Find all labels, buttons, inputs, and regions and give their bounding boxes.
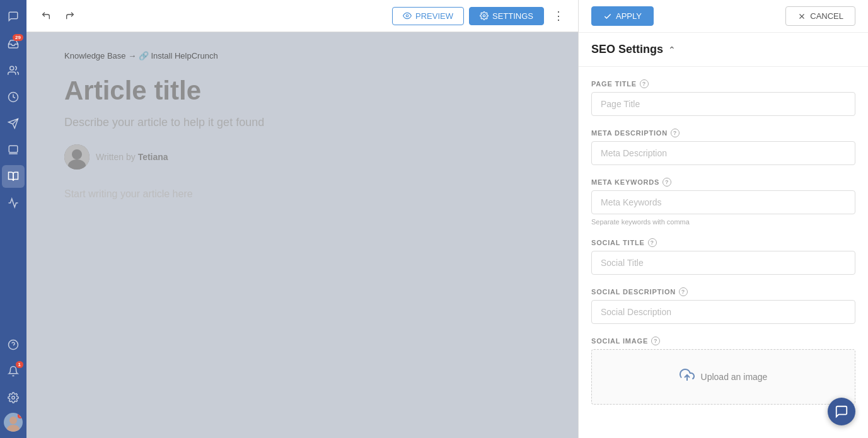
social-title-help-icon[interactable]: ?: [648, 238, 657, 247]
cancel-button[interactable]: CANCEL: [785, 6, 855, 26]
social-title-field: SOCIAL TITLE ?: [591, 238, 855, 275]
chat-icon: [8, 11, 19, 25]
svg-point-14: [72, 149, 82, 159]
svg-rect-4: [9, 146, 18, 153]
author-avatar: [64, 144, 90, 170]
sidebar-bottom: 1 !: [2, 333, 25, 432]
social-image-help-icon[interactable]: ?: [651, 337, 660, 345]
preview-button[interactable]: PREVIEW: [392, 7, 464, 25]
more-options-button[interactable]: ⋮: [549, 6, 568, 25]
social-description-field: SOCIAL DESCRIPTION ?: [591, 287, 855, 324]
undo-button[interactable]: [37, 6, 55, 25]
social-description-label: SOCIAL DESCRIPTION ?: [591, 287, 855, 296]
meta-keywords-field: META KEYWORDS ? Separate keywords with c…: [591, 178, 855, 226]
sidebar-icon-knowledge[interactable]: [2, 165, 25, 188]
main-content: PREVIEW SETTINGS ⋮ Knowledge Base → 🔗 In…: [26, 0, 578, 438]
article-area: Knowledge Base → 🔗 Install HelpCrunch Ar…: [26, 32, 578, 438]
seo-panel: APPLY CANCEL SEO Settings ⌃ PAGE TITLE ?…: [578, 0, 868, 438]
article-placeholder: Start writing your article here: [64, 188, 540, 200]
social-description-input[interactable]: [591, 300, 855, 324]
meta-keywords-label: META KEYWORDS ?: [591, 178, 855, 187]
social-description-help-icon[interactable]: ?: [679, 287, 688, 296]
breadcrumb: Knowledge Base → 🔗 Install HelpCrunch: [64, 51, 540, 61]
sidebar-icon-campaigns[interactable]: [2, 112, 25, 135]
social-image-label: SOCIAL IMAGE ?: [591, 337, 855, 345]
settings-button[interactable]: SETTINGS: [469, 7, 544, 25]
sidebar-icon-notifications[interactable]: 1: [2, 360, 25, 383]
chevron-up-icon: ⌃: [668, 45, 676, 55]
page-title-input[interactable]: [591, 92, 855, 116]
social-image-upload[interactable]: Upload an image: [591, 349, 855, 405]
page-title-field: PAGE TITLE ?: [591, 79, 855, 116]
meta-keywords-help-icon[interactable]: ?: [663, 178, 671, 187]
article-title: Article title: [64, 76, 540, 106]
meta-keywords-input[interactable]: [591, 190, 855, 214]
sidebar-icon-settings[interactable]: [2, 386, 25, 409]
meta-description-input[interactable]: [591, 141, 855, 165]
sidebar-icon-chat[interactable]: [2, 6, 25, 29]
panel-top-actions: APPLY CANCEL: [579, 0, 868, 33]
page-title-help-icon[interactable]: ?: [640, 79, 649, 88]
svg-point-8: [12, 396, 15, 400]
seo-panel-title: SEO Settings: [591, 43, 663, 56]
svg-point-10: [7, 425, 20, 432]
social-title-label: SOCIAL TITLE ?: [591, 238, 855, 247]
svg-point-12: [483, 14, 485, 17]
sidebar-icon-help[interactable]: [2, 333, 25, 356]
meta-description-field: META DESCRIPTION ?: [591, 129, 855, 165]
meta-keywords-hint: Separate keywords with comma: [591, 218, 855, 226]
upload-cloud-icon: [680, 367, 695, 386]
meta-description-help-icon[interactable]: ?: [671, 129, 680, 137]
user-avatar[interactable]: !: [4, 413, 23, 432]
page-title-label: PAGE TITLE ?: [591, 79, 855, 88]
sidebar-icon-analytics[interactable]: [2, 192, 25, 214]
sidebar: 29 1 !: [0, 0, 26, 438]
redo-button[interactable]: [61, 6, 79, 25]
toolbar-main-buttons: PREVIEW SETTINGS: [392, 7, 544, 25]
author-row: Written by Tetiana: [64, 144, 540, 170]
sidebar-icon-history[interactable]: [2, 86, 25, 108]
upload-text: Upload an image: [701, 372, 768, 382]
article-subtitle: Describe your article to help it get fou…: [64, 116, 540, 129]
author-text: Written by Tetiana: [96, 152, 168, 162]
svg-point-11: [406, 14, 408, 17]
social-title-input[interactable]: [591, 251, 855, 275]
seo-panel-body: PAGE TITLE ? META DESCRIPTION ? META KEY…: [579, 67, 868, 417]
sidebar-icon-inbox[interactable]: 29: [2, 33, 25, 55]
svg-point-9: [9, 417, 17, 424]
sidebar-icon-contacts[interactable]: [2, 59, 25, 82]
apply-button[interactable]: APPLY: [591, 6, 654, 26]
main-toolbar: PREVIEW SETTINGS ⋮: [26, 0, 578, 32]
svg-point-0: [10, 66, 14, 70]
chat-bubble[interactable]: [828, 398, 855, 425]
meta-description-label: META DESCRIPTION ?: [591, 129, 855, 137]
sidebar-icon-livechat[interactable]: [2, 139, 25, 161]
social-image-field: SOCIAL IMAGE ? Upload an image: [591, 337, 855, 405]
